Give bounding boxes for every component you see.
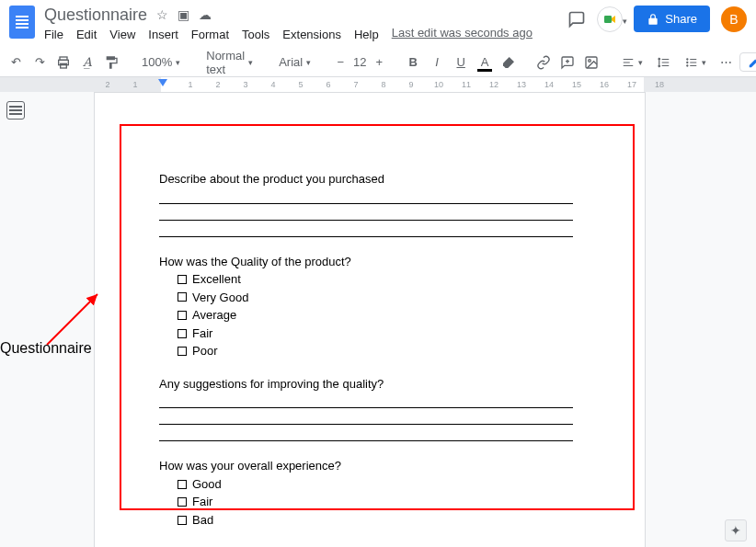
last-edit-link[interactable]: Last edit was seconds ago [392,26,533,40]
menu-format[interactable]: Format [191,28,229,41]
menu-bar: File Edit View Insert Format Tools Exten… [44,24,379,41]
paint-format-button[interactable] [101,51,121,74]
annotation-label: Questionnaire [0,340,92,357]
menu-view[interactable]: View [109,28,135,41]
more-tools-button[interactable]: ⋯ [716,51,736,74]
menu-insert[interactable]: Insert [148,28,178,41]
svg-point-6 [687,58,688,59]
decrease-font-button[interactable]: − [332,55,349,69]
zoom-dropdown[interactable]: 100%▾ [136,51,186,74]
annotation-highlight-box [120,124,635,510]
docs-logo-icon[interactable] [9,6,35,39]
option-label: Bad [192,512,213,529]
star-icon[interactable]: ☆ [156,7,168,22]
add-comment-button[interactable] [557,51,578,74]
account-avatar[interactable]: B [721,6,747,32]
bold-button[interactable]: B [403,51,423,74]
option-row: Bad [178,512,608,529]
share-label: Share [665,12,697,26]
svg-rect-0 [604,16,612,23]
meet-button[interactable]: ▾ [597,6,623,32]
font-dropdown[interactable]: Arial▾ [273,51,316,74]
increase-font-button[interactable]: + [371,55,387,69]
align-dropdown[interactable]: ▾ [616,51,648,74]
move-icon[interactable]: ▣ [178,7,189,22]
italic-button[interactable]: I [427,51,447,74]
line-spacing-dropdown[interactable] [652,51,676,74]
menu-tools[interactable]: Tools [242,28,269,41]
title-bar: Questionnaire ☆ ▣ ☁ File Edit View Inser… [0,0,756,48]
paragraph-style-dropdown[interactable]: Normal text▾ [200,51,258,74]
highlight-button[interactable] [498,51,519,74]
editing-mode-dropdown[interactable]: ▾ [739,52,756,72]
text-color-button[interactable]: A [475,51,495,74]
menu-file[interactable]: File [44,28,63,41]
svg-point-8 [687,64,688,65]
font-size-input[interactable]: 12 [349,55,371,69]
menu-help[interactable]: Help [354,28,379,41]
insert-link-button[interactable] [533,51,554,74]
toolbar: ↶ ↷ A̲ 100%▾ Normal text▾ Arial▾ − 12 + … [0,48,756,77]
explore-button[interactable]: ✦ [725,519,747,541]
underline-button[interactable]: U [451,51,471,74]
list-dropdown[interactable]: ▾ [680,51,712,74]
checkbox-icon [178,516,187,525]
svg-point-5 [589,59,591,62]
svg-point-7 [687,62,688,63]
comments-icon[interactable] [567,10,586,28]
font-size-control: − 12 + [331,54,388,70]
undo-button[interactable]: ↶ [6,51,26,74]
chevron-down-icon: ▾ [623,17,627,26]
menu-edit[interactable]: Edit [76,28,97,41]
document-title[interactable]: Questionnaire [44,6,147,25]
insert-image-button[interactable] [581,51,601,74]
print-button[interactable] [53,51,74,74]
spellcheck-button[interactable]: A̲ [77,51,97,74]
menu-extensions[interactable]: Extensions [282,28,341,41]
cloud-status-icon[interactable]: ☁ [199,7,212,22]
redo-button[interactable]: ↷ [29,51,50,74]
horizontal-ruler[interactable]: 21123456789101112131415161718 [0,77,756,92]
share-button[interactable]: Share [634,6,710,32]
document-outline-button[interactable] [6,101,25,120]
